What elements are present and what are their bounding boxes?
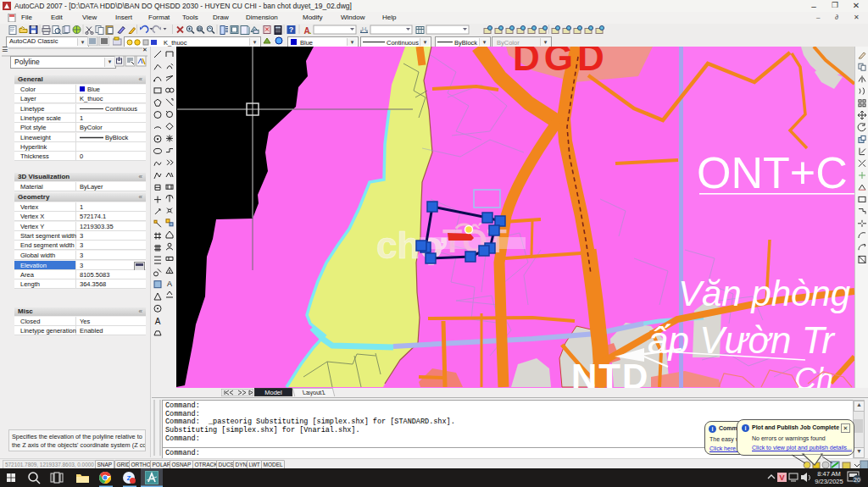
svg-text:?: ? [289, 25, 294, 34]
svg-text:i: i [712, 426, 714, 432]
svg-text:20: 20 [854, 477, 860, 483]
svg-text:9/23/2025: 9/23/2025 [815, 478, 843, 485]
svg-text:A: A [167, 279, 172, 288]
svg-text:Ch: Ch [794, 362, 833, 388]
svg-text:8:47 AM: 8:47 AM [817, 470, 841, 478]
svg-text:A: A [303, 26, 309, 36]
svg-text:i: i [745, 425, 747, 431]
svg-text:V: V [779, 473, 784, 482]
svg-text:ONT+C: ONT+C [697, 148, 848, 197]
svg-text:|-|: |-| [362, 26, 367, 31]
svg-text:ấp Vườn Tr: ấp Vườn Tr [648, 319, 836, 361]
svg-text:Văn phòng: Văn phòng [678, 274, 850, 313]
svg-text:A: A [155, 317, 161, 326]
svg-text:DGD: DGD [513, 47, 609, 78]
svg-text:NTD: NTD [571, 357, 649, 388]
